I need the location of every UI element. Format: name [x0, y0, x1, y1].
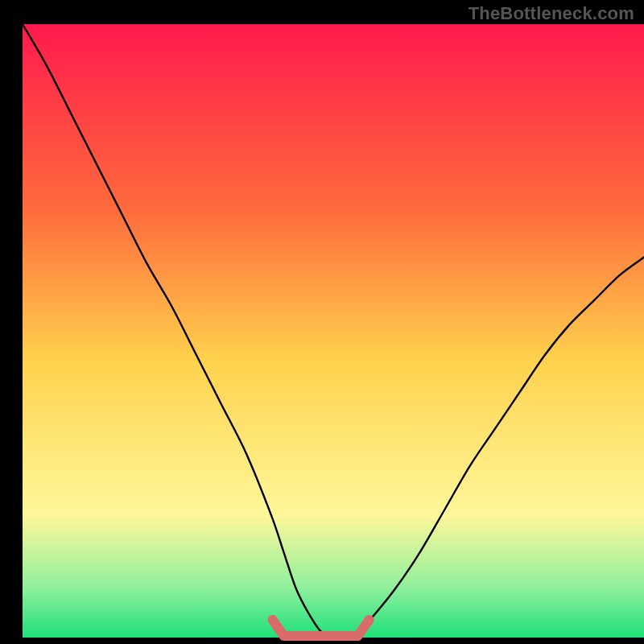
gradient-background [23, 24, 644, 638]
chart-frame: TheBottleneck.com [0, 0, 644, 644]
bottleneck-chart [0, 0, 644, 644]
watermark-label: TheBottleneck.com [469, 3, 634, 24]
